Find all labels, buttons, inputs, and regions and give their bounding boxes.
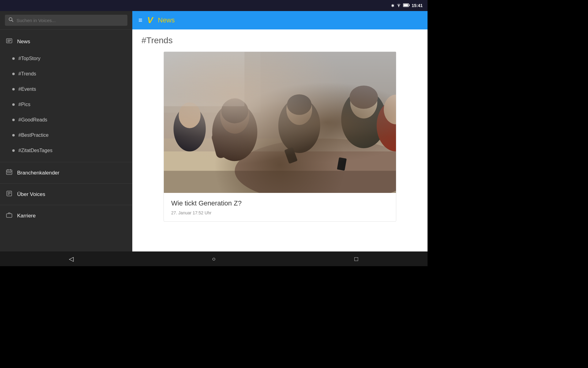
sidebar-item-goodreads-label: #GoodReads bbox=[18, 117, 47, 123]
svg-rect-26 bbox=[164, 52, 396, 151]
sidebar-item-topstory-label: #TopStory bbox=[18, 56, 40, 61]
sidebar: News #TopStory #Trends #Events #Pics bbox=[0, 11, 132, 251]
svg-point-33 bbox=[287, 94, 311, 115]
sidebar-item-goodreads[interactable]: #GoodReads bbox=[0, 112, 132, 128]
branchenkalender-icon bbox=[6, 169, 12, 177]
sidebar-item-zitatdestages[interactable]: #ZitatDesTages bbox=[0, 143, 132, 158]
wifi-icon bbox=[396, 3, 401, 8]
svg-point-24 bbox=[235, 139, 396, 193]
bullet-pics bbox=[12, 103, 15, 106]
sidebar-item-ueber-voices[interactable]: Über Voices bbox=[0, 185, 132, 204]
status-bar: ✱ 15:41 bbox=[0, 0, 428, 11]
status-icons: ✱ 15:41 bbox=[391, 3, 423, 8]
svg-line-5 bbox=[12, 21, 13, 22]
svg-point-27 bbox=[212, 103, 257, 161]
section-title: #Trends bbox=[141, 36, 418, 45]
sidebar-item-pics[interactable]: #Pics bbox=[0, 97, 132, 112]
sidebar-item-karriere-label: Karriere bbox=[17, 213, 36, 219]
bullet-bestpractice bbox=[12, 134, 15, 136]
sidebar-item-bestpractice[interactable]: #BestPractice bbox=[0, 128, 132, 143]
svg-rect-16 bbox=[10, 172, 11, 173]
svg-rect-21 bbox=[6, 214, 12, 217]
article-date: 27. Januar 17:52 Uhr bbox=[171, 210, 389, 215]
sidebar-item-branchenkalender-label: Branchenkalender bbox=[17, 170, 59, 176]
search-icon bbox=[9, 17, 13, 23]
svg-rect-30 bbox=[211, 131, 230, 159]
news-icon bbox=[6, 38, 12, 45]
ueber-voices-icon bbox=[6, 190, 12, 198]
nav-divider-2 bbox=[0, 183, 132, 184]
svg-rect-2 bbox=[404, 4, 408, 6]
svg-rect-43 bbox=[164, 52, 244, 106]
svg-rect-42 bbox=[337, 157, 347, 171]
bullet-goodreads bbox=[12, 119, 15, 121]
svg-point-35 bbox=[350, 86, 377, 118]
svg-point-38 bbox=[384, 94, 396, 124]
svg-point-37 bbox=[377, 100, 396, 151]
nav-section-news: News #TopStory #Trends #Events #Pics bbox=[0, 30, 132, 161]
sidebar-item-branchenkalender[interactable]: Branchenkalender bbox=[0, 163, 132, 182]
svg-point-34 bbox=[341, 90, 386, 148]
svg-rect-14 bbox=[7, 172, 8, 173]
sidebar-item-trends[interactable]: #Trends bbox=[0, 66, 132, 82]
sidebar-item-ueber-voices-label: Über Voices bbox=[17, 191, 45, 197]
svg-rect-10 bbox=[6, 170, 12, 174]
article-info: Wie tickt Generation Z? 27. Januar 17:52… bbox=[164, 193, 396, 221]
svg-point-36 bbox=[349, 86, 378, 109]
sidebar-item-events[interactable]: #Events bbox=[0, 82, 132, 97]
app-bar-title: News bbox=[158, 16, 175, 24]
app-bar: ≡ V News bbox=[132, 11, 428, 29]
bullet-events bbox=[12, 88, 15, 90]
bullet-topstory bbox=[12, 57, 15, 60]
hamburger-icon[interactable]: ≡ bbox=[138, 16, 142, 24]
svg-rect-3 bbox=[409, 4, 410, 6]
sidebar-item-news-label: News bbox=[17, 39, 30, 45]
svg-point-40 bbox=[179, 102, 201, 128]
svg-point-29 bbox=[221, 99, 248, 123]
sidebar-item-karriere[interactable]: Karriere bbox=[0, 206, 132, 225]
svg-point-28 bbox=[220, 98, 249, 134]
svg-point-0 bbox=[398, 6, 399, 7]
bullet-zitatdestages bbox=[12, 149, 15, 152]
svg-point-32 bbox=[286, 94, 312, 125]
recents-button[interactable]: □ bbox=[347, 251, 365, 266]
recents-icon: □ bbox=[354, 255, 358, 263]
bullet-trends bbox=[12, 73, 15, 75]
article-card[interactable]: Wie tickt Generation Z? 27. Januar 17:52… bbox=[164, 52, 396, 222]
karriere-icon bbox=[6, 212, 12, 220]
sidebar-item-zitatdestages-label: #ZitatDesTages bbox=[18, 148, 52, 153]
bottom-navigation: ◁ ○ □ bbox=[0, 251, 428, 266]
sidebar-item-bestpractice-label: #BestPractice bbox=[18, 132, 49, 138]
svg-rect-22 bbox=[164, 52, 396, 193]
sidebar-item-news[interactable]: News bbox=[0, 32, 132, 51]
search-bar bbox=[0, 11, 132, 30]
status-time: 15:41 bbox=[412, 3, 423, 8]
home-icon: ○ bbox=[212, 255, 216, 263]
article-image bbox=[164, 52, 396, 193]
nav-divider-1 bbox=[0, 162, 132, 162]
sidebar-item-trends-label: #Trends bbox=[18, 71, 36, 77]
sidebar-item-events-label: #Events bbox=[18, 86, 36, 92]
home-button[interactable]: ○ bbox=[205, 251, 223, 266]
sidebar-item-topstory[interactable]: #TopStory bbox=[0, 51, 132, 66]
content-body: #Trends bbox=[132, 29, 428, 251]
svg-rect-23 bbox=[164, 139, 396, 193]
battery-icon bbox=[403, 3, 410, 8]
back-icon: ◁ bbox=[69, 255, 74, 263]
search-wrapper[interactable] bbox=[5, 15, 127, 26]
back-button[interactable]: ◁ bbox=[62, 251, 81, 266]
svg-point-39 bbox=[174, 106, 206, 151]
svg-rect-15 bbox=[9, 172, 10, 173]
content-area: ≡ V News #Trends bbox=[132, 11, 428, 251]
svg-rect-44 bbox=[164, 171, 396, 193]
svg-rect-41 bbox=[284, 147, 298, 164]
search-input[interactable] bbox=[17, 18, 124, 23]
app-logo: V bbox=[147, 15, 153, 25]
bluetooth-icon: ✱ bbox=[391, 3, 394, 8]
main-layout: News #TopStory #Trends #Events #Pics bbox=[0, 11, 428, 251]
svg-point-31 bbox=[278, 98, 320, 153]
nav-divider-3 bbox=[0, 205, 132, 205]
article-headline: Wie tickt Generation Z? bbox=[171, 199, 389, 208]
svg-rect-25 bbox=[164, 52, 261, 113]
sidebar-item-pics-label: #Pics bbox=[18, 102, 30, 107]
